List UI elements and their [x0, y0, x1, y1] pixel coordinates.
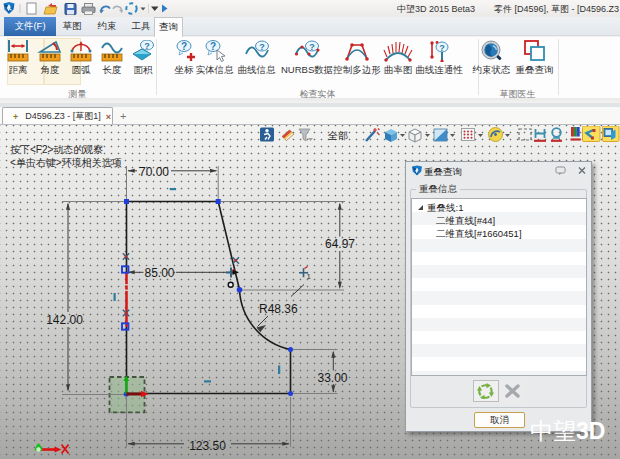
svg-text:?: ?	[309, 42, 315, 52]
svg-text:?: ?	[439, 43, 445, 53]
svg-text:全部: 全部	[327, 130, 348, 141]
svg-text:?: ?	[144, 41, 150, 51]
svg-text:?: ?	[209, 41, 215, 52]
svg-text:?: ?	[259, 42, 265, 52]
svg-text:?: ?	[181, 41, 187, 52]
